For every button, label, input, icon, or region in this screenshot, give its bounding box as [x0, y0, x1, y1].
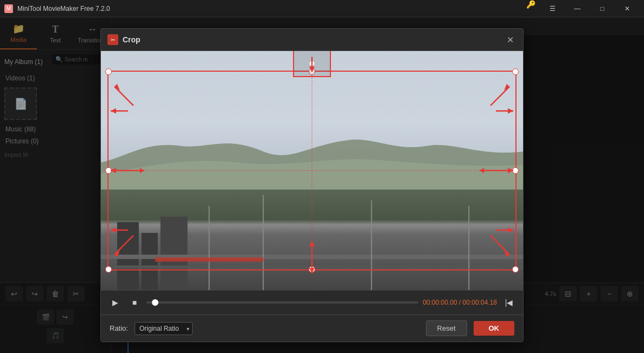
- stop-button[interactable]: ■: [127, 295, 142, 310]
- handle-bottom-right[interactable]: [512, 266, 519, 273]
- progress-thumb[interactable]: [152, 299, 158, 306]
- progress-track[interactable]: [146, 301, 418, 304]
- crop-dialog: ✂ Crop ✕: [100, 28, 524, 342]
- crop-action-bar: Ratio: Original Ratio 16:9 4:3 1:1 9:16 …: [101, 314, 523, 342]
- crop-dialog-header: ✂ Crop ✕: [101, 29, 523, 51]
- app-title: MiniTool MovieMaker Free 7.2.0: [17, 5, 110, 12]
- handle-middle-left[interactable]: [105, 167, 112, 174]
- hamburger-button[interactable]: ☰: [540, 0, 565, 17]
- app-icon: M: [4, 4, 13, 13]
- close-button[interactable]: ✕: [615, 0, 640, 17]
- handle-top-left[interactable]: [105, 68, 112, 75]
- rotate-handle[interactable]: [309, 61, 315, 66]
- crop-dialog-overlay: ✂ Crop ✕: [0, 17, 644, 353]
- crop-vline: [312, 72, 313, 269]
- handle-top-right[interactable]: [512, 68, 519, 75]
- crop-controls-bar: ▶ ■ 00:00:00.00 / 00:00:04.18 |◀: [101, 290, 523, 314]
- ratio-select-wrapper[interactable]: Original Ratio 16:9 4:3 1:1 9:16: [135, 322, 193, 335]
- play-button[interactable]: ▶: [107, 295, 123, 310]
- handle-bottom-middle[interactable]: [309, 266, 315, 273]
- time-separator: /: [457, 299, 463, 306]
- rotate-box[interactable]: [293, 51, 331, 77]
- window-controls: 🔑 ☰ — □ ✕: [526, 0, 640, 17]
- handle-bottom-left[interactable]: [105, 266, 112, 273]
- crop-frame: [107, 71, 517, 270]
- handle-middle-right[interactable]: [512, 167, 519, 174]
- time-display: 00:00:00.00 / 00:00:04.18: [423, 299, 497, 306]
- crop-dialog-close[interactable]: ✕: [503, 33, 517, 46]
- minimize-button[interactable]: —: [565, 0, 590, 17]
- total-time: 00:00:04.18: [463, 299, 497, 306]
- title-bar: M MiniTool MovieMaker Free 7.2.0 🔑 ☰ — □…: [0, 0, 644, 17]
- ratio-label: Ratio:: [110, 324, 128, 332]
- key-icon[interactable]: 🔑: [526, 0, 535, 17]
- current-time: 00:00:00.00: [423, 299, 457, 306]
- reset-button[interactable]: Reset: [426, 320, 467, 336]
- prev-frame-button[interactable]: |◀: [501, 295, 517, 310]
- title-bar-left: M MiniTool MovieMaker Free 7.2.0: [4, 4, 110, 13]
- maximize-button[interactable]: □: [590, 0, 615, 17]
- crop-dialog-title: Crop: [123, 35, 499, 44]
- crop-dialog-icon: ✂: [107, 34, 118, 45]
- ok-button[interactable]: OK: [474, 321, 515, 336]
- crop-video-area: [101, 51, 523, 290]
- ratio-select[interactable]: Original Ratio 16:9 4:3 1:1 9:16: [135, 322, 193, 335]
